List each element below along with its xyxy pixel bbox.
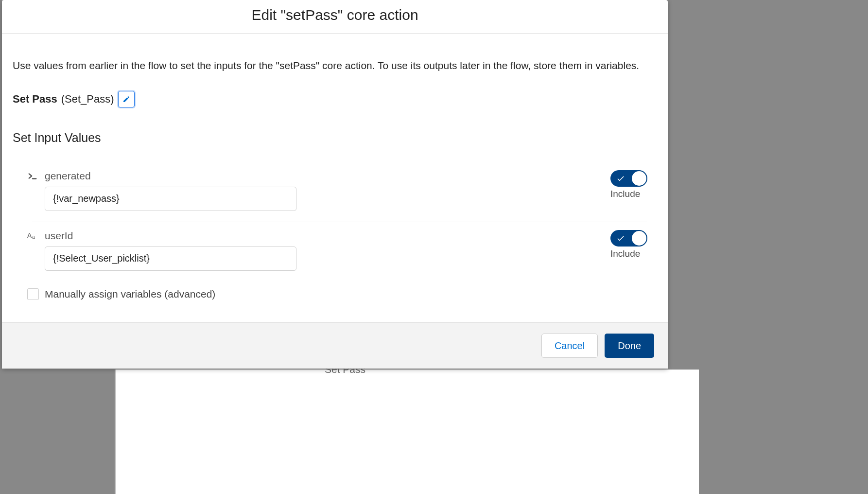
- done-button[interactable]: Done: [605, 334, 654, 358]
- svg-text:a: a: [32, 234, 35, 240]
- check-icon: [616, 234, 625, 243]
- modal-header: Edit "setPass" core action: [2, 0, 668, 34]
- modal-body: Use values from earlier in the flow to s…: [2, 34, 668, 322]
- input-row-userid: Aa userId Include: [13, 224, 657, 280]
- input-field-userid[interactable]: [45, 247, 296, 271]
- pencil-icon: [122, 95, 130, 103]
- edit-name-button[interactable]: [118, 91, 135, 107]
- input-divider: [32, 222, 647, 222]
- input-field-generated[interactable]: [45, 187, 296, 211]
- section-heading-inputs: Set Input Values: [13, 131, 657, 145]
- element-name-row: Set Pass (Set_Pass): [13, 91, 657, 107]
- toggle-knob: [632, 231, 646, 246]
- include-toggle-userid[interactable]: [610, 230, 647, 247]
- toggle-label-generated: Include: [610, 189, 640, 199]
- svg-text:A: A: [27, 231, 32, 239]
- input-label-row: generated: [27, 170, 319, 182]
- element-api-name: (Set_Pass): [61, 93, 114, 106]
- input-left: generated: [27, 170, 319, 211]
- cancel-button[interactable]: Cancel: [541, 334, 598, 358]
- text-type-icon: Aa: [27, 230, 38, 241]
- modal-footer: Cancel Done: [2, 322, 668, 369]
- advanced-checkbox-row: Manually assign variables (advanced): [13, 280, 657, 306]
- input-label-row: Aa userId: [27, 230, 319, 242]
- toggle-label-userid: Include: [610, 248, 640, 259]
- edit-action-modal: Edit "setPass" core action Use values fr…: [2, 0, 668, 369]
- toggle-knob: [632, 171, 646, 186]
- input-label-generated: generated: [45, 170, 91, 182]
- advanced-checkbox-label: Manually assign variables (advanced): [45, 288, 215, 300]
- toggle-wrap-userid: Include: [610, 230, 647, 259]
- background-panel-border: [115, 370, 116, 494]
- input-left: Aa userId: [27, 230, 319, 271]
- toggle-wrap-generated: Include: [610, 170, 647, 199]
- element-label: Set Pass: [13, 93, 57, 106]
- include-toggle-generated[interactable]: [610, 170, 647, 187]
- background-canvas: [116, 370, 699, 494]
- prompt-icon: [27, 171, 38, 181]
- advanced-checkbox[interactable]: [27, 288, 39, 300]
- input-row-generated: generated Include: [13, 164, 657, 220]
- check-icon: [616, 174, 625, 183]
- modal-title: Edit "setPass" core action: [2, 7, 668, 23]
- modal-description: Use values from earlier in the flow to s…: [13, 58, 657, 73]
- input-label-userid: userId: [45, 230, 73, 242]
